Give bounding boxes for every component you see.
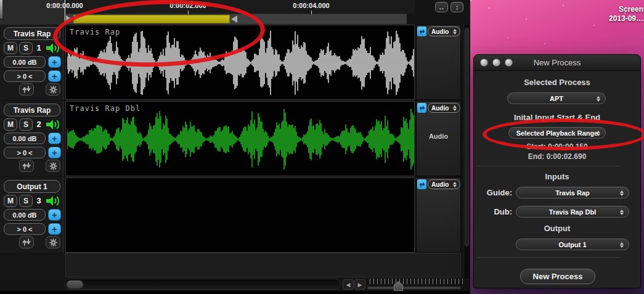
dub-dropdown[interactable]: Travis Rap Dbl [516,206,629,218]
mute-button[interactable]: M [4,195,17,207]
pitch-range-button[interactable]: > 0 < [4,70,46,82]
dub-value: Travis Rap Dbl [549,208,596,216]
dialog-title: New Process [474,58,640,67]
scroll-left-button[interactable]: ◀ [343,279,354,290]
track-number: 3 [34,196,44,205]
track-number: 2 [34,120,44,129]
gain-button[interactable]: 0.00 dB [4,133,46,144]
horizontal-scrollbar-thumb[interactable] [67,280,83,288]
reorder-track-button[interactable] [19,236,34,248]
pitch-range-button[interactable]: > 0 < [4,147,46,158]
range-start-marker[interactable] [66,15,72,23]
mute-button[interactable]: M [4,42,17,54]
vertical-scrollbar-thumb[interactable] [465,28,469,247]
dialog-titlebar[interactable]: New Process [474,55,640,71]
timeline-label-2: 0:00:04.000 [293,2,329,9]
track-type-value: Audio [431,181,449,188]
gain-add-button[interactable]: + [48,209,61,221]
guide-value: Travis Rap [555,189,590,197]
solo-button[interactable]: S [19,195,33,207]
track-side-panel-3: Audio [416,178,461,253]
window-edge [0,0,2,18]
vertical-scrollbar[interactable] [463,25,470,279]
timeline-ruler[interactable] [65,0,415,14]
gain-add-button[interactable]: + [48,133,61,144]
zoom-slider-track[interactable] [367,287,461,289]
track-name-button[interactable]: Output 1 [4,180,60,193]
track-type-value: Audio [431,105,449,112]
process-dropdown[interactable]: APT [507,92,606,104]
selected-playback-range-bar[interactable] [73,15,230,23]
horizontal-scrollbar[interactable] [64,279,341,290]
desktop-file-label[interactable]: Screen 2013-09… [609,5,643,23]
scroll-right-button[interactable]: ▶ [354,279,365,290]
playback-range-strip[interactable] [66,14,407,24]
gain-add-button[interactable]: + [48,56,61,68]
pitch-range-button[interactable]: > 0 < [4,223,46,235]
v-zoom-icon: ↕ [455,4,459,11]
dropdown-arrows-icon [620,242,624,248]
dropdown-arrows-icon [597,96,600,102]
vertical-zoom-button[interactable]: ↕ [450,2,463,12]
mute-button[interactable]: M [4,118,17,131]
below-tracks-area [65,253,461,277]
speaker-icon[interactable] [44,118,62,131]
reorder-track-button[interactable] [19,160,34,172]
reorder-track-button[interactable] [19,83,34,96]
audio-clip-travis-rap-dbl[interactable]: Travis Rap Dbl [65,101,415,176]
track-settings-button[interactable] [46,83,60,96]
guide-dropdown[interactable]: Travis Rap [516,187,629,198]
dropdown-arrows-icon [620,190,624,196]
dialog-divider [478,257,621,258]
horizontal-zoom-button[interactable]: ↔ [435,2,448,12]
track-name-button[interactable]: Travis Rap [4,104,60,116]
gain-button[interactable]: 0.00 dB [4,56,46,68]
output-heading: Output [474,224,640,233]
track-settings-button[interactable] [46,160,60,172]
solo-button[interactable]: S [19,42,33,54]
gear-icon [49,238,58,247]
speaker-icon[interactable] [44,195,62,207]
output-value: Output 1 [558,241,586,248]
up-down-arrows-icon [22,161,31,170]
desktop-file-label-line2: 2013-09… [609,14,643,23]
track-settings-button[interactable] [46,236,60,248]
playhead-cursor[interactable] [65,0,65,25]
track-header-2: Travis Rap M S 2 0.00 dB + > 0 < + [0,101,63,176]
range-start-time: Start: 0:00:00.150 [474,142,640,151]
output-dropdown[interactable]: Output 1 [516,239,629,250]
track-header-1: Travis Rap M S 1 0.00 dB + > 0 < + [0,25,63,100]
channel-swap-icon[interactable] [417,179,426,189]
timeline-tick [311,10,312,14]
desktop-file-label-line1: Screen [609,5,643,14]
pitch-add-button[interactable]: + [48,147,61,158]
input-range-value: Selected Playback Range [516,129,598,137]
waveform-green [67,107,414,171]
desktop-stars [470,0,471,1]
track-header-3: Output 1 M S 3 0.00 dB + > 0 < + [0,178,63,253]
track-type-dropdown[interactable]: Audio [428,103,460,113]
pitch-add-button[interactable]: + [48,223,61,235]
audio-clip-travis-rap[interactable]: Travis Rap [65,25,415,100]
gain-button[interactable]: 0.00 dB [4,209,46,221]
track-type-dropdown[interactable]: Audio [428,179,460,189]
range-end-time: End: 0:00:02.690 [474,152,640,161]
speaker-icon[interactable] [44,42,62,54]
new-process-button[interactable]: New Process [520,269,595,284]
track-type-value: Audio [431,28,449,35]
channel-swap-icon[interactable] [417,27,426,36]
new-process-dialog: New Process Selected Process APT Inital … [473,54,641,288]
input-range-dropdown[interactable]: Selected Playback Range [508,127,606,139]
below-tracks-header-area [0,253,63,277]
solo-button[interactable]: S [19,118,33,131]
guide-label: Guide: [476,188,512,197]
selected-process-heading: Selected Process [474,78,640,87]
range-end-marker[interactable] [231,15,237,23]
pitch-add-button[interactable]: + [48,70,61,82]
channel-swap-icon[interactable] [417,103,426,113]
dialog-divider [478,166,621,166]
track-name-button[interactable]: Travis Rap [4,27,60,40]
audio-clip-output[interactable] [65,178,415,253]
track-type-dropdown[interactable]: Audio [428,27,460,36]
up-down-arrows-icon [22,85,31,94]
